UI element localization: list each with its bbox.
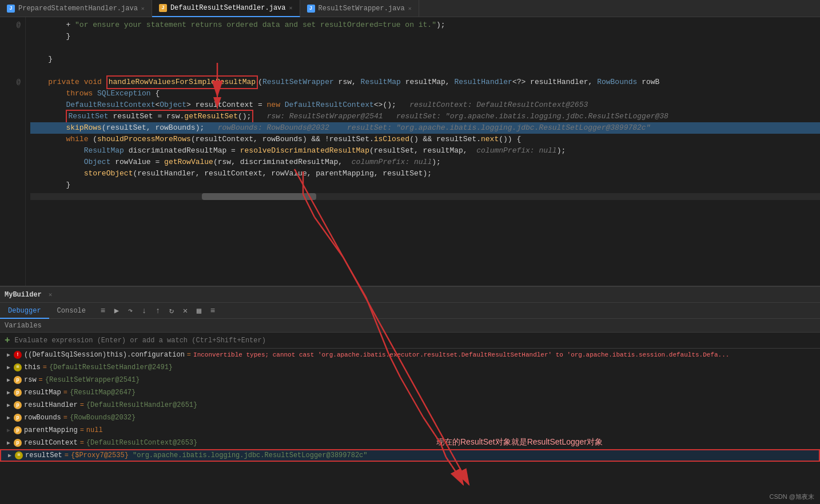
expand-icon-parent-mapping[interactable]: ▶ (5, 426, 13, 434)
var-item-rsw[interactable]: ▶ p rsw = {ResultSetWrapper@2541} (0, 374, 820, 386)
expand-icon-configuration[interactable]: ▶ (5, 351, 13, 359)
gutter-11 (0, 134, 21, 145)
gutter-19 (0, 225, 21, 237)
var-proxy-result-set: {$Proxy7@2535} (71, 451, 129, 459)
var-val-result-map: {ResultMap@2647} (70, 389, 136, 397)
var-item-parent-mapping[interactable]: ▶ p parentMapping = null (0, 424, 820, 437)
gutter-7 (0, 88, 21, 99)
tab-default-result-set[interactable]: J DefaultResultSetHandler.java ✕ (152, 0, 300, 17)
toolbar-icon-evaluate[interactable]: ✕ (181, 306, 190, 315)
var-icon-result-set: = (15, 451, 23, 459)
code-editor: @ @ + "or ensure your statement returns … (0, 17, 820, 286)
tab-prepared-statement[interactable]: J PreparedStatementHandler.java ✕ (0, 0, 152, 17)
gutter-4 (0, 54, 21, 65)
var-item-result-handler[interactable]: ▶ p resultHandler = {DefaultResultHandle… (0, 399, 820, 411)
line-numbers: @ @ (0, 17, 26, 286)
code-line-3 (30, 42, 820, 54)
code-line-result-set: ResultSet resultSet = rsw.getResultSet()… (30, 111, 820, 122)
panel-title-bar: MyBuilder ✕ (0, 287, 820, 303)
var-icon-parent-mapping: p (14, 426, 22, 434)
expand-icon-this[interactable]: ▶ (5, 363, 13, 371)
code-line-skip-rows: skipRows(resultSet, rowBounds); rowBound… (30, 122, 820, 134)
code-line-while: while (shouldProcessMoreRows(resultConte… (30, 134, 820, 145)
toolbar-icon-settings[interactable]: ≡ (208, 306, 217, 315)
gutter-22 (0, 259, 21, 271)
eval-placeholder[interactable]: Evaluate expression (Enter) or add a wat… (15, 337, 266, 345)
var-name-result-map: resultMap (24, 389, 61, 397)
var-item-configuration[interactable]: ▶ ! ((DefaultSqlSession)this).configurat… (0, 349, 820, 361)
expand-icon-result-context[interactable]: ▶ (5, 439, 13, 447)
code-line-result-context: DefaultResultContext<Object> resultConte… (30, 99, 820, 111)
expand-icon-row-bounds[interactable]: ▶ (5, 414, 13, 422)
tab-close-2[interactable]: ✕ (289, 5, 293, 11)
var-eq-result-handler: = (80, 401, 84, 409)
var-val-parent-mapping: null (86, 426, 103, 434)
tab-result-set-wrapper[interactable]: J ResultSetWrapper.java ✕ (300, 0, 419, 17)
var-item-result-context[interactable]: ▶ p resultContext = {DefaultResultContex… (0, 437, 820, 449)
gutter-13 (0, 157, 21, 168)
toolbar-icon-list[interactable]: ≡ (98, 306, 108, 315)
var-eq-configuration: = (187, 351, 191, 359)
var-item-row-bounds[interactable]: ▶ p rowBounds = {RowBounds@2032} (0, 411, 820, 424)
variables-header: Variables (0, 319, 820, 333)
java-icon-2: J (159, 4, 167, 12)
gutter-16 (0, 191, 21, 202)
gutter-17 (0, 202, 21, 214)
gutter-9 (0, 111, 21, 122)
gutter-15 (0, 179, 21, 191)
var-val-configuration: Inconvertible types; cannot cast 'org.ap… (193, 351, 729, 358)
toolbar-icon-step-into[interactable]: ↓ (140, 306, 149, 315)
tab-label-3: ResultSetWrapper.java (319, 5, 405, 13)
code-line-4: } (30, 54, 820, 65)
code-line-discriminated: ResultMap discriminatedResultMap = resol… (30, 145, 820, 157)
expand-icon-result-set[interactable]: ▶ (6, 451, 14, 459)
java-icon-1: J (7, 5, 15, 13)
panel-tab-console[interactable]: Console (49, 303, 94, 319)
toolbar-icon-resume[interactable]: ▶ (112, 306, 121, 315)
expand-icon-result-map[interactable]: ▶ (5, 389, 13, 397)
variables-list: ▶ ! ((DefaultSqlSession)this).configurat… (0, 349, 820, 504)
panel-tab-debugger[interactable]: Debugger (0, 303, 49, 319)
code-line-throws: throws SQLException { (30, 88, 820, 99)
gutter-8 (0, 99, 21, 111)
var-item-result-map[interactable]: ▶ p resultMap = {ResultMap@2647} (0, 386, 820, 399)
expand-icon-result-handler[interactable]: ▶ (5, 401, 13, 409)
panel-title-close[interactable]: ✕ (49, 291, 53, 298)
toolbar-icon-step-over[interactable]: ↷ (126, 306, 135, 315)
code-line-method-decl: private void handleRowValuesForSimpleRes… (30, 77, 820, 88)
toolbar-icon-step-out[interactable]: ↑ (153, 306, 162, 315)
var-item-result-set[interactable]: ▶ = resultSet = {$Proxy7@2535} "org.apac… (0, 449, 820, 462)
gutter-6: @ (0, 77, 21, 88)
gutter-3 (0, 42, 21, 54)
var-item-this[interactable]: ▶ = this = {DefaultResultSetHandler@2491… (0, 361, 820, 374)
code-line-row-value: Object rowValue = getRowValue(rsw, discr… (30, 157, 820, 168)
bottom-panel: MyBuilder ✕ Debugger Console ≡ ▶ ↷ ↓ ↑ ↻… (0, 286, 820, 504)
var-name-row-bounds: rowBounds (24, 414, 61, 422)
gutter-20 (0, 237, 21, 248)
gutter-2 (0, 31, 21, 42)
eval-bar: + Evaluate expression (Enter) or add a w… (0, 333, 820, 349)
expand-icon-rsw[interactable]: ▶ (5, 376, 13, 384)
var-val-result-context: {DefaultResultContext@2653} (86, 439, 197, 447)
csdn-watermark-text: CSDN @旭夜末 (770, 493, 814, 500)
var-icon-result-map: p (14, 389, 22, 397)
toolbar-icon-run-to[interactable]: ↻ (167, 306, 176, 315)
gutter-5 (0, 65, 21, 77)
var-eq-row-bounds: = (63, 414, 67, 422)
var-icon-result-context: p (14, 439, 22, 447)
var-eq-result-context: = (80, 439, 84, 447)
gutter-12 (0, 145, 21, 157)
gutter-1: @ (0, 19, 21, 31)
tab-label-2: DefaultResultSetHandler.java (170, 4, 286, 12)
toolbar-icon-frames[interactable]: ▦ (194, 306, 204, 315)
eval-add-button[interactable]: + (5, 335, 10, 346)
csdn-watermark: CSDN @旭夜末 (770, 493, 814, 501)
tab-close-1[interactable]: ✕ (141, 5, 145, 12)
tab-close-3[interactable]: ✕ (408, 5, 412, 12)
code-line-5 (30, 65, 820, 77)
var-val-result-handler: {DefaultResultHandler@2651} (86, 401, 197, 409)
gutter-21 (0, 248, 21, 259)
var-icon-row-bounds: p (14, 414, 22, 422)
var-name-rsw: rsw (24, 376, 37, 384)
gutter-10 (0, 122, 21, 134)
